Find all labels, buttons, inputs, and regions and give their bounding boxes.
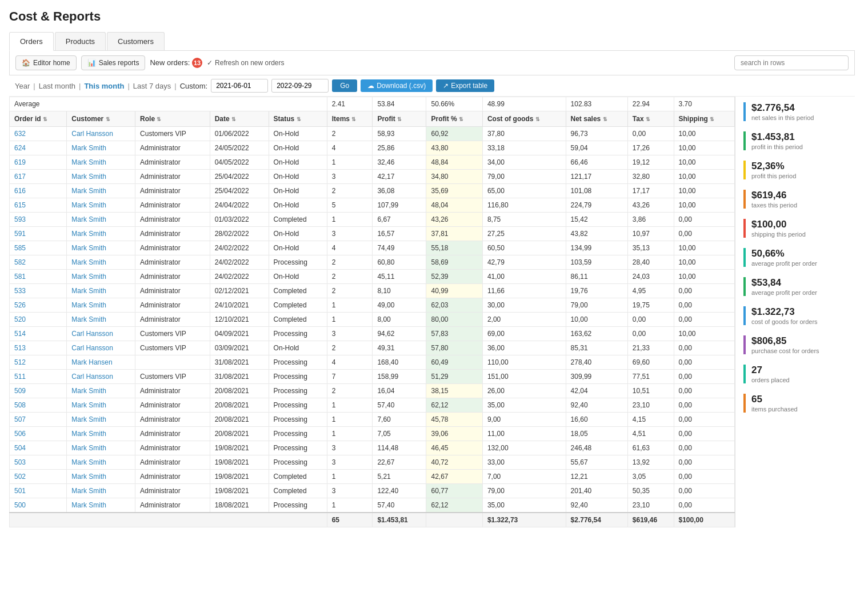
- col-profit[interactable]: Profit ⇅: [373, 111, 426, 127]
- last-month-filter[interactable]: Last month: [39, 82, 75, 90]
- col-shipping[interactable]: Shipping ⇅: [674, 111, 735, 127]
- cell-cost: 42,79: [482, 255, 566, 270]
- cell-tax: 17,17: [627, 184, 674, 198]
- tab-orders[interactable]: Orders: [9, 32, 54, 51]
- col-customer[interactable]: Customer ⇅: [67, 111, 135, 127]
- cell-items: 3: [327, 484, 373, 498]
- cell-status: On-Hold: [269, 141, 327, 155]
- cell-profit-pct: 58,69: [426, 255, 482, 270]
- cell-customer: Mark Smith: [67, 470, 135, 484]
- editor-home-button[interactable]: 🏠 Editor home: [15, 55, 77, 70]
- cell-items: 5: [327, 198, 373, 213]
- footer-items: 65: [327, 513, 373, 527]
- cell-status: Processing: [269, 455, 327, 470]
- cell-net-sales: 18,05: [566, 427, 627, 441]
- cell-status: Processing: [269, 255, 327, 270]
- new-orders-badge: 13: [192, 58, 202, 68]
- cell-order-id: 526: [10, 298, 67, 313]
- cell-cost: 7,00: [482, 470, 566, 484]
- cell-order-id: 509: [10, 384, 67, 398]
- cell-tax: 13,92: [627, 455, 674, 470]
- table-row: 512 Mark Hansen 31/08/2021 Processing 4 …: [10, 355, 735, 370]
- cell-profit: 8,00: [373, 313, 426, 327]
- cell-shipping: 0,00: [674, 355, 735, 370]
- cell-net-sales: 66,46: [566, 155, 627, 170]
- table-row: 581 Mark Smith Administrator 24/02/2022 …: [10, 270, 735, 284]
- sales-reports-button[interactable]: 📊 Sales reports: [81, 55, 146, 70]
- cell-status: On-Hold: [269, 155, 327, 170]
- cell-shipping: 0,00: [674, 284, 735, 298]
- col-items[interactable]: Items ⇅: [327, 111, 373, 127]
- cell-profit-pct: 55,18: [426, 241, 482, 255]
- cell-items: 1: [327, 155, 373, 170]
- cell-role: Customers VIP: [135, 370, 210, 384]
- cell-net-sales: 101,08: [566, 184, 627, 198]
- cell-items: 4: [327, 355, 373, 370]
- sidebar-stat-8: $806,85 purchase cost for orders: [743, 335, 847, 354]
- refresh-label: ✓ Refresh on new orders: [207, 59, 284, 67]
- this-month-filter[interactable]: This month: [84, 82, 124, 90]
- date-filter: Year | Last month | This month | Last 7 …: [9, 75, 855, 97]
- cell-cost: 8,75: [482, 213, 566, 227]
- cell-profit-pct: 34,80: [426, 170, 482, 184]
- table-row: 503 Mark Smith Administrator 19/08/2021 …: [10, 455, 735, 470]
- cell-profit-pct: 62,03: [426, 298, 482, 313]
- cell-profit: 42,17: [373, 170, 426, 184]
- cell-date: 31/08/2021: [210, 370, 269, 384]
- col-net-sales[interactable]: Net sales ⇅: [566, 111, 627, 127]
- col-order-id[interactable]: Order id ⇅: [10, 111, 67, 127]
- table-row: 514 Carl Hansson Customers VIP 04/09/202…: [10, 327, 735, 341]
- date-to-input[interactable]: [271, 79, 329, 93]
- cell-date: 01/06/2022: [210, 127, 269, 141]
- cell-customer: Mark Smith: [67, 441, 135, 455]
- col-role[interactable]: Role ⇅: [135, 111, 210, 127]
- download-csv-button[interactable]: ☁ Download (.csv): [361, 79, 433, 92]
- cell-status: Completed: [269, 213, 327, 227]
- cell-items: 3: [327, 455, 373, 470]
- cell-tax: 28,40: [627, 255, 674, 270]
- cell-items: 2: [327, 184, 373, 198]
- last-7-days-filter[interactable]: Last 7 days: [133, 82, 171, 90]
- date-from-input[interactable]: [211, 79, 268, 93]
- cell-items: 1: [327, 427, 373, 441]
- cell-shipping: 0,00: [674, 498, 735, 513]
- cell-customer: Mark Smith: [67, 313, 135, 327]
- cell-profit-pct: 43,80: [426, 141, 482, 155]
- tab-products[interactable]: Products: [55, 32, 106, 50]
- cell-order-id: 511: [10, 370, 67, 384]
- cell-customer: Mark Smith: [67, 427, 135, 441]
- col-cost[interactable]: Cost of goods ⇅: [482, 111, 566, 127]
- cell-cost: 65,00: [482, 184, 566, 198]
- col-status[interactable]: Status ⇅: [269, 111, 327, 127]
- cell-order-id: 624: [10, 141, 67, 155]
- cell-profit-pct: 60,92: [426, 127, 482, 141]
- cell-tax: 77,51: [627, 370, 674, 384]
- cell-order-id: 502: [10, 470, 67, 484]
- cell-customer: Mark Smith: [67, 170, 135, 184]
- cell-tax: 50,35: [627, 484, 674, 498]
- col-date[interactable]: Date ⇅: [210, 111, 269, 127]
- cell-date: 04/05/2022: [210, 155, 269, 170]
- cell-shipping: 10,00: [674, 184, 735, 198]
- export-table-button[interactable]: ↗ Export table: [436, 79, 494, 92]
- search-input[interactable]: [734, 55, 849, 70]
- cell-items: 3: [327, 441, 373, 455]
- year-filter[interactable]: Year: [15, 82, 30, 90]
- col-profit-pct[interactable]: Profit % ⇅: [426, 111, 482, 127]
- cell-customer: Mark Smith: [67, 141, 135, 155]
- main-content: Average 2.41 53.84 50.66% 48.99 102.83 2…: [9, 97, 855, 527]
- cell-date: 24/04/2022: [210, 198, 269, 213]
- cell-tax: 69,60: [627, 355, 674, 370]
- cell-profit-pct: 51,29: [426, 370, 482, 384]
- avg-profit-pct: 50.66%: [426, 97, 482, 111]
- tab-customers[interactable]: Customers: [107, 32, 165, 50]
- table-row: 619 Mark Smith Administrator 04/05/2022 …: [10, 155, 735, 170]
- go-button[interactable]: Go: [332, 79, 357, 92]
- table-row: 593 Mark Smith Administrator 01/03/2022 …: [10, 213, 735, 227]
- cell-role: Administrator: [135, 198, 210, 213]
- cell-date: 20/08/2021: [210, 427, 269, 441]
- cell-profit: 6,67: [373, 213, 426, 227]
- col-tax[interactable]: Tax ⇅: [627, 111, 674, 127]
- cell-order-id: 514: [10, 327, 67, 341]
- cell-status: Processing: [269, 441, 327, 455]
